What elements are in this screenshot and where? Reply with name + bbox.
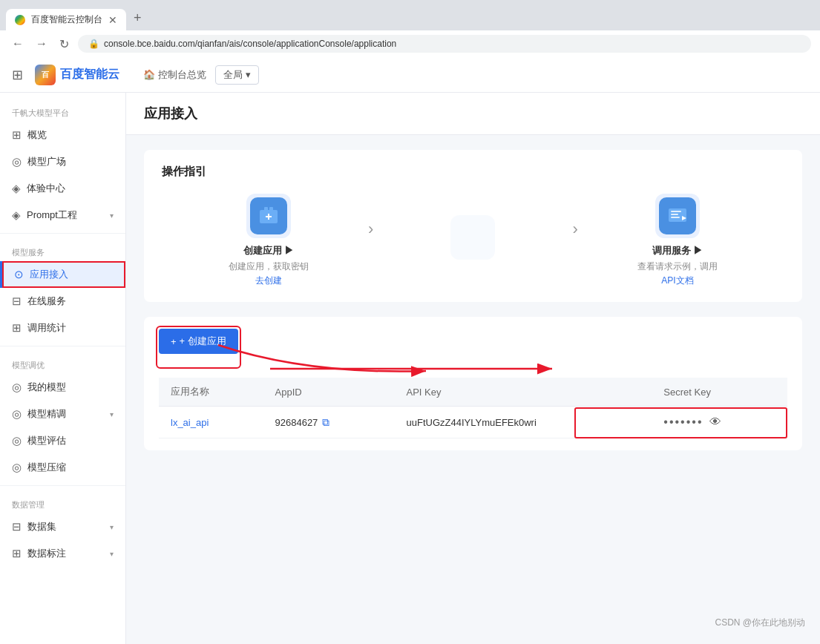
baidu-logo-icon: 百 bbox=[35, 65, 56, 85]
sidebar-item-fine-tune-label: 模型精调 bbox=[27, 407, 66, 421]
csdn-watermark: CSDN @你在此地别动 bbox=[715, 617, 805, 629]
plus-icon: + bbox=[171, 336, 177, 347]
refresh-button[interactable]: ↻ bbox=[56, 36, 72, 53]
browser-chrome: 百度智能云控制台 ✕ + ← → ↻ 🔒 console.bce.baidu.c… bbox=[0, 0, 820, 57]
main-content: 应用接入 操作指引 bbox=[126, 93, 820, 644]
prompt-arrow-icon: ▾ bbox=[110, 211, 114, 220]
dataset-icon: ⊟ bbox=[12, 520, 22, 533]
sidebar-item-online-service[interactable]: ⊟ 在线服务 bbox=[0, 288, 125, 315]
sidebar-sep-3 bbox=[0, 485, 125, 486]
fine-tune-icon: ◎ bbox=[12, 407, 22, 421]
data-management-section: 数据管理 bbox=[0, 490, 125, 513]
watermark-text: CSDN @你在此地别动 bbox=[715, 617, 805, 628]
annotation-arrow-2 bbox=[270, 358, 582, 380]
guide-title: 操作指引 bbox=[162, 165, 784, 179]
sidebar-item-model-compress[interactable]: ◎ 模型压缩 bbox=[0, 454, 125, 481]
url-text: console.bce.baidu.com/qianfan/ais/consol… bbox=[104, 39, 396, 49]
table-header: 应用名称 AppID API Key Secret Key bbox=[159, 378, 787, 407]
table-highlight-box: 应用名称 AppID API Key Secret Key lx_ai_api bbox=[159, 378, 787, 438]
prompt-icon: ◈ bbox=[12, 208, 21, 222]
guide-step-create: 创建应用 ▶ 创建应用，获取密钥 去创建 bbox=[177, 194, 361, 287]
new-tab-button[interactable]: + bbox=[128, 6, 148, 30]
sidebar-item-online-service-label: 在线服务 bbox=[27, 295, 66, 308]
col-header-apikey: API Key bbox=[395, 378, 652, 407]
topbar-nav-home-label: 控制台总览 bbox=[158, 68, 206, 82]
call-service-icon bbox=[667, 206, 688, 226]
sidebar-item-overview-label: 概览 bbox=[27, 128, 47, 142]
sidebar-item-fine-tune[interactable]: ◎ 模型精调 ▾ bbox=[0, 401, 125, 427]
col-header-appid: AppID bbox=[263, 378, 395, 407]
col-header-name: 应用名称 bbox=[159, 378, 263, 407]
guide-steps: 创建应用 ▶ 创建应用，获取密钥 去创建 › › bbox=[162, 194, 784, 287]
svg-rect-6 bbox=[671, 211, 681, 212]
step-arrow-1: › bbox=[368, 220, 373, 239]
step-call-link[interactable]: API文档 bbox=[661, 275, 693, 287]
svg-rect-8 bbox=[671, 217, 680, 218]
copy-icon[interactable]: ⧉ bbox=[322, 416, 329, 429]
step-call-icon-wrap bbox=[655, 194, 700, 238]
sidebar-item-experience-label: 体验中心 bbox=[27, 182, 65, 195]
model-plaza-icon: ◎ bbox=[12, 155, 22, 168]
step-create-link[interactable]: 去创建 bbox=[255, 275, 282, 287]
table-row: lx_ai_api 92684627 ⧉ bbox=[159, 407, 787, 438]
sidebar-item-model-plaza[interactable]: ◎ 模型广场 bbox=[0, 148, 125, 175]
overview-icon: ⊞ bbox=[12, 128, 22, 142]
app-name-link[interactable]: lx_ai_api bbox=[171, 417, 209, 428]
topbar-nav-home[interactable]: 🏠 控制台总览 bbox=[137, 65, 212, 85]
my-model-icon: ◎ bbox=[12, 381, 22, 394]
forward-button[interactable]: → bbox=[33, 36, 50, 52]
app-table: 应用名称 AppID API Key Secret Key lx_ai_api bbox=[159, 378, 787, 438]
sidebar-item-call-stats-label: 调用统计 bbox=[27, 321, 66, 335]
svg-rect-1 bbox=[264, 207, 268, 213]
topbar-logo: 百 百度智能云 bbox=[35, 65, 119, 85]
address-bar: ← → ↻ 🔒 console.bce.baidu.com/qianfan/ai… bbox=[0, 30, 820, 57]
sidebar-item-data-label[interactable]: ⊞ 数据标注 ▾ bbox=[0, 540, 125, 567]
guide-step-call: 调用服务 ▶ 查看请求示例，调用 API文档 bbox=[586, 194, 770, 287]
sidebar-item-data-label-label: 数据标注 bbox=[27, 547, 66, 560]
cell-appid: 92684627 ⧉ bbox=[263, 407, 395, 438]
topbar-region-selector[interactable]: 全局 ▾ bbox=[215, 65, 259, 85]
grid-menu-icon[interactable]: ⊞ bbox=[12, 67, 23, 83]
col-header-secretkey: Secret Key bbox=[652, 378, 787, 407]
url-box[interactable]: 🔒 console.bce.baidu.com/qianfan/ais/cons… bbox=[78, 35, 811, 53]
sidebar-item-model-eval-label: 模型评估 bbox=[27, 434, 66, 447]
tab-favicon bbox=[15, 15, 25, 25]
sidebar-item-experience[interactable]: ◈ 体验中心 bbox=[0, 175, 125, 202]
step-arrow-2: › bbox=[573, 220, 578, 239]
step-call-desc: 查看请求示例，调用 bbox=[637, 260, 718, 273]
eye-toggle-icon[interactable]: 👁 bbox=[709, 415, 721, 429]
model-eval-icon: ◎ bbox=[12, 434, 22, 447]
sidebar-item-prompt[interactable]: ◈ Prompt工程 ▾ bbox=[0, 202, 125, 229]
sidebar-item-dataset[interactable]: ⊟ 数据集 ▾ bbox=[0, 513, 125, 540]
appid-value: 92684627 bbox=[275, 417, 318, 428]
table-body: lx_ai_api 92684627 ⧉ bbox=[159, 407, 787, 438]
api-key-value: uuFtUGzZ44IYLYmuEFEk0wri bbox=[407, 417, 537, 428]
sidebar: 千帆大模型平台 ⊞ 概览 ◎ 模型广场 ◈ 体验中心 ◈ Prompt工程 ▾ … bbox=[0, 93, 126, 644]
sidebar-item-app-access[interactable]: ⊙ 应用接入 bbox=[0, 261, 125, 288]
step-call-label: 调用服务 ▶ bbox=[652, 244, 703, 257]
step-create-label: 创建应用 ▶ bbox=[243, 244, 295, 257]
sidebar-item-model-eval[interactable]: ◎ 模型评估 bbox=[0, 427, 125, 454]
tab-bar: 百度智能云控制台 ✕ + bbox=[0, 6, 820, 30]
cell-api-key: uuFtUGzZ44IYLYmuEFEk0wri bbox=[395, 407, 652, 438]
app-access-icon: ⊙ bbox=[14, 268, 24, 281]
sidebar-item-my-model-label: 我的模型 bbox=[27, 381, 66, 394]
app-topbar: ⊞ 百 百度智能云 🏠 控制台总览 全局 ▾ bbox=[0, 57, 820, 93]
sidebar-item-my-model[interactable]: ◎ 我的模型 bbox=[0, 374, 125, 401]
create-app-button[interactable]: + + 创建应用 bbox=[159, 329, 238, 354]
online-service-icon: ⊟ bbox=[12, 295, 22, 308]
sidebar-item-model-plaza-label: 模型广场 bbox=[27, 155, 66, 168]
sidebar-item-call-stats[interactable]: ⊞ 调用统计 bbox=[0, 315, 125, 341]
model-compress-icon: ◎ bbox=[12, 461, 22, 474]
svg-rect-2 bbox=[269, 207, 273, 213]
active-tab[interactable]: 百度智能云控制台 ✕ bbox=[6, 9, 126, 30]
back-button[interactable]: ← bbox=[9, 36, 27, 52]
sidebar-item-overview[interactable]: ⊞ 概览 bbox=[0, 122, 125, 148]
platform-title: 千帆大模型平台 bbox=[0, 99, 125, 122]
tab-close-button[interactable]: ✕ bbox=[108, 14, 117, 26]
sidebar-item-app-access-label: 应用接入 bbox=[30, 268, 68, 281]
content-area: 操作指引 bbox=[126, 135, 820, 465]
page-header: 应用接入 bbox=[126, 93, 820, 135]
guide-step-middle bbox=[381, 215, 565, 266]
create-app-icon bbox=[258, 206, 279, 226]
